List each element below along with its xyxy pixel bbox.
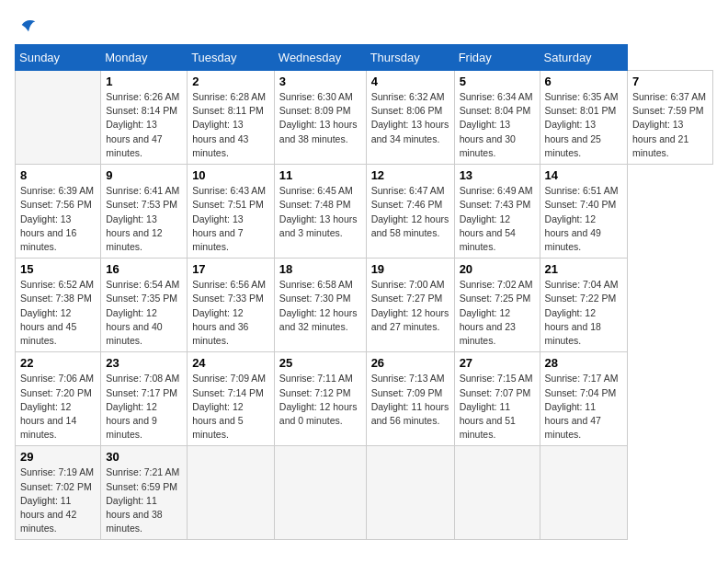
day-info: Sunrise: 7:09 AM Sunset: 7:14 PM Dayligh… bbox=[192, 372, 269, 442]
calendar-cell: 23 Sunrise: 7:08 AM Sunset: 7:17 PM Dayl… bbox=[101, 352, 188, 446]
day-number: 17 bbox=[192, 262, 269, 276]
calendar-cell: 15 Sunrise: 6:52 AM Sunset: 7:38 PM Dayl… bbox=[16, 259, 101, 352]
day-info: Sunrise: 6:37 AM Sunset: 7:59 PM Dayligh… bbox=[632, 90, 708, 160]
day-info: Sunrise: 7:11 AM Sunset: 7:12 PM Dayligh… bbox=[279, 372, 361, 428]
week-row-3: 15 Sunrise: 6:52 AM Sunset: 7:38 PM Dayl… bbox=[16, 259, 713, 352]
day-info: Sunrise: 6:28 AM Sunset: 8:11 PM Dayligh… bbox=[192, 90, 269, 160]
day-number: 29 bbox=[20, 450, 96, 464]
calendar-cell: 29 Sunrise: 7:19 AM Sunset: 7:02 PM Dayl… bbox=[16, 446, 101, 540]
day-info: Sunrise: 6:39 AM Sunset: 7:56 PM Dayligh… bbox=[20, 184, 96, 254]
day-number: 1 bbox=[106, 75, 182, 88]
day-info: Sunrise: 6:47 AM Sunset: 7:46 PM Dayligh… bbox=[371, 184, 449, 240]
day-number: 23 bbox=[106, 356, 182, 370]
day-info: Sunrise: 7:08 AM Sunset: 7:17 PM Dayligh… bbox=[106, 372, 182, 442]
calendar-cell: 20 Sunrise: 7:02 AM Sunset: 7:25 PM Dayl… bbox=[454, 259, 540, 352]
calendar-cell: 25 Sunrise: 7:11 AM Sunset: 7:12 PM Dayl… bbox=[274, 352, 366, 446]
day-info: Sunrise: 6:54 AM Sunset: 7:35 PM Dayligh… bbox=[106, 278, 182, 348]
day-info: Sunrise: 6:52 AM Sunset: 7:38 PM Dayligh… bbox=[20, 278, 96, 348]
day-number: 5 bbox=[460, 75, 535, 88]
day-info: Sunrise: 6:34 AM Sunset: 8:04 PM Dayligh… bbox=[460, 90, 535, 160]
calendar-cell: 11 Sunrise: 6:45 AM Sunset: 7:48 PM Dayl… bbox=[274, 165, 366, 259]
calendar-cell: 19 Sunrise: 7:00 AM Sunset: 7:27 PM Dayl… bbox=[366, 259, 454, 352]
calendar-cell: 13 Sunrise: 6:49 AM Sunset: 7:43 PM Dayl… bbox=[454, 165, 540, 259]
day-info: Sunrise: 6:56 AM Sunset: 7:33 PM Dayligh… bbox=[192, 278, 269, 348]
day-info: Sunrise: 6:58 AM Sunset: 7:30 PM Dayligh… bbox=[279, 278, 361, 334]
day-number: 15 bbox=[20, 262, 96, 276]
day-number: 8 bbox=[20, 168, 96, 182]
day-number: 19 bbox=[371, 262, 449, 276]
calendar-cell: 7 Sunrise: 6:37 AM Sunset: 7:59 PM Dayli… bbox=[627, 71, 712, 165]
day-info: Sunrise: 7:00 AM Sunset: 7:27 PM Dayligh… bbox=[371, 278, 449, 334]
calendar-cell bbox=[454, 446, 540, 540]
day-number: 3 bbox=[279, 75, 361, 88]
day-number: 28 bbox=[545, 356, 622, 370]
day-number: 25 bbox=[279, 356, 361, 370]
day-number: 27 bbox=[460, 356, 535, 370]
calendar-cell: 22 Sunrise: 7:06 AM Sunset: 7:20 PM Dayl… bbox=[16, 352, 101, 446]
day-info: Sunrise: 7:17 AM Sunset: 7:04 PM Dayligh… bbox=[545, 372, 622, 442]
day-info: Sunrise: 6:35 AM Sunset: 8:01 PM Dayligh… bbox=[545, 90, 622, 160]
week-row-4: 22 Sunrise: 7:06 AM Sunset: 7:20 PM Dayl… bbox=[16, 352, 713, 446]
logo-icon bbox=[18, 15, 39, 35]
day-number: 9 bbox=[106, 168, 182, 182]
calendar-header-row: SundayMondayTuesdayWednesdayThursdayFrid… bbox=[16, 45, 713, 71]
day-number: 14 bbox=[545, 168, 622, 182]
calendar-cell: 3 Sunrise: 6:30 AM Sunset: 8:09 PM Dayli… bbox=[274, 71, 366, 165]
day-info: Sunrise: 7:13 AM Sunset: 7:09 PM Dayligh… bbox=[371, 372, 449, 428]
day-number: 10 bbox=[192, 168, 269, 182]
calendar-cell: 6 Sunrise: 6:35 AM Sunset: 8:01 PM Dayli… bbox=[540, 71, 627, 165]
calendar-cell: 9 Sunrise: 6:41 AM Sunset: 7:53 PM Dayli… bbox=[101, 165, 188, 259]
calendar-cell: 4 Sunrise: 6:32 AM Sunset: 8:06 PM Dayli… bbox=[366, 71, 454, 165]
calendar-cell: 10 Sunrise: 6:43 AM Sunset: 7:51 PM Dayl… bbox=[188, 165, 275, 259]
calendar-cell: 21 Sunrise: 7:04 AM Sunset: 7:22 PM Dayl… bbox=[540, 259, 627, 352]
day-info: Sunrise: 6:32 AM Sunset: 8:06 PM Dayligh… bbox=[371, 90, 449, 146]
day-number: 22 bbox=[20, 356, 96, 370]
day-info: Sunrise: 7:15 AM Sunset: 7:07 PM Dayligh… bbox=[460, 372, 535, 442]
calendar-cell: 28 Sunrise: 7:17 AM Sunset: 7:04 PM Dayl… bbox=[540, 352, 627, 446]
day-number: 11 bbox=[279, 168, 361, 182]
day-info: Sunrise: 7:02 AM Sunset: 7:25 PM Dayligh… bbox=[460, 278, 535, 348]
day-number: 2 bbox=[192, 75, 269, 88]
calendar-cell: 16 Sunrise: 6:54 AM Sunset: 7:35 PM Dayl… bbox=[101, 259, 188, 352]
day-info: Sunrise: 6:45 AM Sunset: 7:48 PM Dayligh… bbox=[279, 184, 361, 240]
day-number: 30 bbox=[106, 450, 182, 464]
header bbox=[15, 15, 713, 35]
day-info: Sunrise: 7:06 AM Sunset: 7:20 PM Dayligh… bbox=[20, 372, 96, 442]
day-info: Sunrise: 7:21 AM Sunset: 6:59 PM Dayligh… bbox=[106, 465, 182, 535]
day-info: Sunrise: 7:04 AM Sunset: 7:22 PM Dayligh… bbox=[545, 278, 622, 348]
calendar-cell: 18 Sunrise: 6:58 AM Sunset: 7:30 PM Dayl… bbox=[274, 259, 366, 352]
day-number: 16 bbox=[106, 262, 182, 276]
calendar-cell: 2 Sunrise: 6:28 AM Sunset: 8:11 PM Dayli… bbox=[188, 71, 275, 165]
col-header-tuesday: Tuesday bbox=[188, 45, 275, 71]
day-info: Sunrise: 6:43 AM Sunset: 7:51 PM Dayligh… bbox=[192, 184, 269, 254]
week-row-5: 29 Sunrise: 7:19 AM Sunset: 7:02 PM Dayl… bbox=[16, 446, 713, 540]
day-number: 24 bbox=[192, 356, 269, 370]
day-number: 18 bbox=[279, 262, 361, 276]
calendar-cell: 14 Sunrise: 6:51 AM Sunset: 7:40 PM Dayl… bbox=[540, 165, 627, 259]
day-info: Sunrise: 6:30 AM Sunset: 8:09 PM Dayligh… bbox=[279, 90, 361, 146]
day-number: 13 bbox=[460, 168, 535, 182]
col-header-thursday: Thursday bbox=[366, 45, 454, 71]
col-header-saturday: Saturday bbox=[540, 45, 627, 71]
day-info: Sunrise: 6:41 AM Sunset: 7:53 PM Dayligh… bbox=[106, 184, 182, 254]
day-info: Sunrise: 6:51 AM Sunset: 7:40 PM Dayligh… bbox=[545, 184, 622, 254]
day-number: 26 bbox=[371, 356, 449, 370]
calendar-cell: 17 Sunrise: 6:56 AM Sunset: 7:33 PM Dayl… bbox=[188, 259, 275, 352]
calendar-cell bbox=[366, 446, 454, 540]
day-info: Sunrise: 7:19 AM Sunset: 7:02 PM Dayligh… bbox=[20, 465, 96, 535]
week-row-1: 1 Sunrise: 6:26 AM Sunset: 8:14 PM Dayli… bbox=[16, 71, 713, 165]
calendar-cell bbox=[188, 446, 275, 540]
day-info: Sunrise: 6:26 AM Sunset: 8:14 PM Dayligh… bbox=[106, 90, 182, 160]
day-number: 6 bbox=[545, 75, 622, 88]
col-header-wednesday: Wednesday bbox=[274, 45, 366, 71]
calendar-cell bbox=[16, 71, 101, 165]
calendar-cell: 5 Sunrise: 6:34 AM Sunset: 8:04 PM Dayli… bbox=[454, 71, 540, 165]
day-number: 4 bbox=[371, 75, 449, 88]
calendar-cell: 12 Sunrise: 6:47 AM Sunset: 7:46 PM Dayl… bbox=[366, 165, 454, 259]
calendar-cell bbox=[274, 446, 366, 540]
day-number: 7 bbox=[632, 75, 708, 88]
logo bbox=[15, 15, 39, 35]
calendar-cell: 24 Sunrise: 7:09 AM Sunset: 7:14 PM Dayl… bbox=[188, 352, 275, 446]
calendar-cell: 1 Sunrise: 6:26 AM Sunset: 8:14 PM Dayli… bbox=[101, 71, 188, 165]
col-header-monday: Monday bbox=[101, 45, 188, 71]
